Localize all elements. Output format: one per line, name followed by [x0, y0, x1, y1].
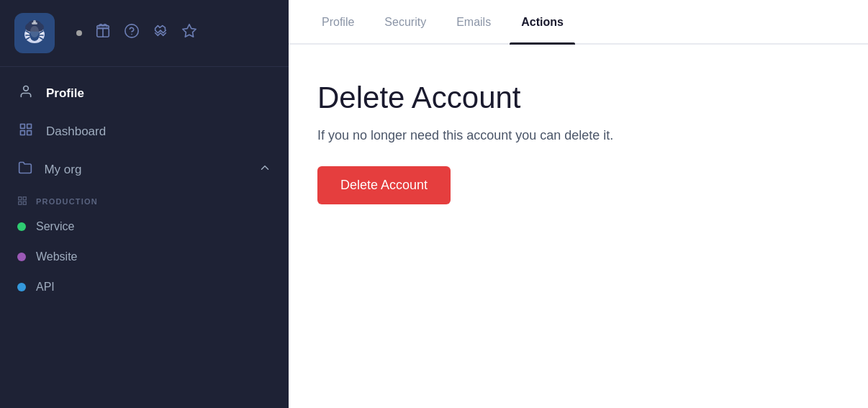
sidebar-item-myorg-label: My org	[44, 163, 81, 177]
svg-rect-33	[23, 201, 26, 204]
sidebar-item-profile-label: Profile	[46, 86, 84, 101]
svg-rect-28	[21, 131, 25, 135]
header-icons	[76, 23, 197, 43]
myorg-row: My org	[44, 161, 271, 178]
star-icon[interactable]	[181, 23, 197, 43]
sidebar-item-service[interactable]: Service	[0, 212, 289, 242]
dashboard-icon	[17, 122, 35, 140]
handshake-icon[interactable]	[153, 23, 168, 43]
svg-rect-26	[21, 124, 25, 129]
page-title: Delete Account	[317, 81, 839, 115]
svg-rect-31	[23, 197, 26, 200]
page-description: If you no longer need this account you c…	[317, 128, 839, 143]
help-icon[interactable]	[124, 23, 140, 43]
tab-security[interactable]: Security	[373, 0, 438, 43]
gift-icon[interactable]	[95, 23, 111, 43]
service-status-dot	[17, 222, 26, 231]
sidebar-item-api[interactable]: API	[0, 272, 289, 302]
logo[interactable]	[14, 13, 55, 53]
sidebar-item-profile[interactable]: Profile	[0, 74, 289, 112]
sidebar-item-dashboard-label: Dashboard	[46, 124, 106, 139]
service-label: Service	[36, 220, 74, 233]
svg-rect-32	[19, 201, 22, 204]
actions-content: Delete Account If you no longer need thi…	[289, 45, 868, 240]
website-status-dot	[17, 253, 26, 261]
website-label: Website	[36, 250, 78, 263]
grid-section-icon	[17, 196, 27, 207]
sidebar: Profile Dashboard My org	[0, 0, 289, 408]
production-section-label: PRODUCTION	[0, 189, 289, 212]
svg-rect-30	[19, 197, 22, 200]
svg-point-17	[30, 26, 39, 37]
sidebar-nav: Profile Dashboard My org	[0, 67, 289, 408]
tab-bar: Profile Security Emails Actions	[289, 0, 868, 45]
tab-actions[interactable]: Actions	[510, 0, 575, 43]
production-label: PRODUCTION	[36, 197, 98, 206]
svg-marker-24	[183, 24, 196, 37]
sidebar-item-website[interactable]: Website	[0, 242, 289, 272]
svg-point-19	[33, 20, 36, 23]
main-content: Profile Security Emails Actions Delete A…	[289, 0, 868, 408]
svg-rect-27	[27, 124, 32, 129]
svg-rect-29	[27, 131, 32, 135]
notification-dot	[76, 30, 82, 36]
sidebar-header	[0, 0, 289, 67]
api-label: API	[36, 281, 55, 294]
delete-account-button[interactable]: Delete Account	[317, 166, 451, 204]
svg-point-22	[125, 24, 138, 37]
sidebar-item-dashboard[interactable]: Dashboard	[0, 112, 289, 150]
profile-icon	[17, 84, 35, 102]
sidebar-item-myorg[interactable]: My org	[0, 150, 289, 189]
tab-profile[interactable]: Profile	[310, 0, 366, 43]
svg-point-25	[24, 86, 29, 91]
api-status-dot	[17, 283, 26, 291]
tab-emails[interactable]: Emails	[445, 0, 502, 43]
folder-icon	[17, 160, 32, 178]
chevron-up-icon	[258, 161, 271, 178]
